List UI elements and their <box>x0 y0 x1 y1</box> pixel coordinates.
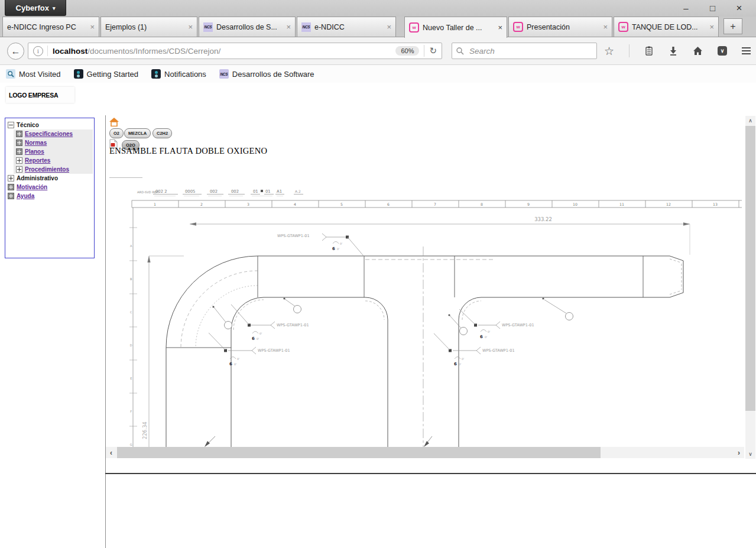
bookmark-label: Desarrollos de Software <box>232 70 314 79</box>
svg-text:G: G <box>130 443 132 446</box>
svg-text:4: 4 <box>294 202 296 206</box>
maximize-button[interactable]: □ <box>699 1 726 16</box>
bookmark-ncs-desarrollos[interactable]: NCS Desarrollos de Software <box>219 69 314 79</box>
tree-item-ayuda[interactable]: Ayuda <box>8 192 94 200</box>
tab-e-ndicc[interactable]: NCS e-NDICC × <box>297 17 396 37</box>
svg-text:3: 3 <box>247 202 249 206</box>
tab-close-icon[interactable]: × <box>188 22 193 31</box>
tab-close-icon[interactable]: × <box>498 23 502 32</box>
expand-icon[interactable] <box>16 140 22 146</box>
ncs-favicon: NCS <box>203 22 213 32</box>
tree-item-administrativo[interactable]: Administrativo <box>8 174 94 183</box>
tree-item-procedimientos[interactable]: Procedimientos <box>14 165 93 174</box>
expand-icon[interactable] <box>16 131 22 137</box>
vertical-scroll-thumb[interactable] <box>745 126 755 411</box>
expand-icon[interactable] <box>16 157 22 164</box>
drawing-ruler <box>132 200 742 207</box>
tree-link[interactable]: Reportes <box>25 157 50 164</box>
tab-close-icon[interactable]: × <box>286 22 291 31</box>
scroll-right-button[interactable]: › <box>734 447 744 458</box>
tree-link[interactable]: Planos <box>25 148 44 155</box>
svg-text:E: E <box>130 377 132 380</box>
tab-close-icon[interactable]: × <box>603 22 608 31</box>
svg-text:1: 1 <box>154 202 156 206</box>
svg-text:6: 6 <box>387 202 390 206</box>
tab-presentacion[interactable]: w Presentación × <box>508 17 612 37</box>
bookmarks-menu-icon[interactable] <box>644 46 654 56</box>
svg-text:0': 0' <box>234 363 236 366</box>
tree-item-reportes[interactable]: Reportes <box>14 156 93 165</box>
new-tab-button[interactable]: + <box>723 18 742 34</box>
pocket-icon[interactable]: ∨ <box>718 46 727 56</box>
gas-button-c2h2[interactable]: C2H2 <box>153 128 172 138</box>
tree-item-especificaciones[interactable]: Especificaciones <box>14 129 93 138</box>
balloon-markers <box>212 297 573 335</box>
tab-label: Presentación <box>527 23 599 31</box>
tab-close-icon[interactable]: × <box>90 22 95 31</box>
tree-link[interactable]: Motivación <box>17 184 47 190</box>
bookmark-most-visited[interactable]: Most Visited <box>6 69 61 79</box>
tree-item-normas[interactable]: Normas <box>14 138 93 147</box>
tab-e-ndicc-ingreso-pc[interactable]: e-NDICC Ingreso PC × <box>2 17 99 37</box>
collapse-icon[interactable] <box>8 122 14 128</box>
tree-link[interactable]: Ayuda <box>17 193 34 199</box>
tree-item-tecnico[interactable]: Técnico <box>8 121 94 129</box>
scroll-left-button[interactable]: ‹ <box>106 447 116 458</box>
title-bar: Cyberfox ▾ – □ × <box>0 0 756 17</box>
back-button[interactable]: ← <box>7 43 24 60</box>
scroll-up-button[interactable]: ∧ <box>745 116 755 125</box>
horizontal-scrollbar[interactable]: ‹ › <box>106 447 744 458</box>
weld-callout: WPS-GTAWP1-01 0' 6 0' <box>277 234 364 257</box>
back-arrow-icon: ← <box>11 46 21 57</box>
gas-button-mezcla[interactable]: MEZCLA <box>124 128 151 138</box>
expand-icon[interactable] <box>8 184 14 190</box>
bookmark-star-icon[interactable]: ☆ <box>604 44 614 58</box>
horizontal-scroll-thumb[interactable] <box>117 447 601 458</box>
tab-close-icon[interactable]: × <box>387 22 391 31</box>
expand-icon[interactable] <box>16 166 22 173</box>
search-bar[interactable] <box>452 43 597 59</box>
menu-hamburger-icon[interactable] <box>742 47 751 55</box>
home-breadcrumb-icon[interactable] <box>109 118 119 127</box>
svg-text:9: 9 <box>527 202 530 206</box>
search-input[interactable] <box>468 46 577 56</box>
tab-close-icon[interactable]: × <box>709 22 714 31</box>
tree-link[interactable]: Procedimientos <box>25 166 69 173</box>
bookmark-getting-started[interactable]: Getting Started <box>74 69 138 79</box>
expand-icon[interactable] <box>16 148 22 155</box>
tab-label: e-NDICC Ingreso PC <box>7 23 86 31</box>
svg-text:WPS-GTAWP1-01: WPS-GTAWP1-01 <box>258 348 290 353</box>
tree-link[interactable]: Especificaciones <box>25 131 73 137</box>
svg-text:6: 6 <box>454 362 457 367</box>
svg-text:A: A <box>130 244 132 248</box>
document-tree: Técnico Especificaciones Normas Planos R… <box>5 118 95 258</box>
tab-nuevo-taller-active[interactable]: w Nuevo Taller de ... × <box>404 17 507 38</box>
tab-tanque-de-lodos[interactable]: w TANQUE DE LOD... × <box>614 17 719 37</box>
url-bar[interactable]: i localhost /documentos/Informes/CDS/Cer… <box>28 43 442 59</box>
close-button[interactable]: × <box>726 1 752 16</box>
app-menu-label: Cyberfox <box>16 4 49 12</box>
tab-desarrollos[interactable]: NCS Desarrollos de S... × <box>199 17 296 37</box>
tab-label: Nuevo Taller de ... <box>423 24 494 32</box>
svg-text:F: F <box>130 410 132 413</box>
tab-ejemplos[interactable]: Ejemplos (1) × <box>100 17 197 37</box>
tree-children-tecnico: Especificaciones Normas Planos Reportes … <box>14 129 93 174</box>
expand-icon[interactable] <box>8 193 14 199</box>
app-menu-button[interactable]: Cyberfox ▾ <box>5 0 66 16</box>
gas-button-o2[interactable]: O2 <box>109 128 124 138</box>
bookmark-notifications[interactable]: Notifications <box>151 69 206 79</box>
tree-item-planos[interactable]: Planos <box>14 147 93 156</box>
home-icon[interactable] <box>693 46 703 56</box>
reload-icon[interactable]: ↻ <box>429 46 437 56</box>
site-info-icon[interactable]: i <box>33 46 43 56</box>
svg-text:002: 002 <box>210 189 218 194</box>
dimension-height: 226.34 <box>142 256 184 447</box>
expand-icon[interactable] <box>8 175 14 181</box>
downloads-icon[interactable] <box>669 46 678 56</box>
minimize-button[interactable]: – <box>673 1 699 16</box>
scroll-down-button[interactable]: ∨ <box>745 449 755 459</box>
tree-link[interactable]: Normas <box>25 140 47 146</box>
zoom-level-badge[interactable]: 60% <box>395 46 419 56</box>
tree-item-motivacion[interactable]: Motivación <box>8 183 94 192</box>
vertical-scrollbar[interactable]: ∧ ∨ <box>745 116 755 459</box>
